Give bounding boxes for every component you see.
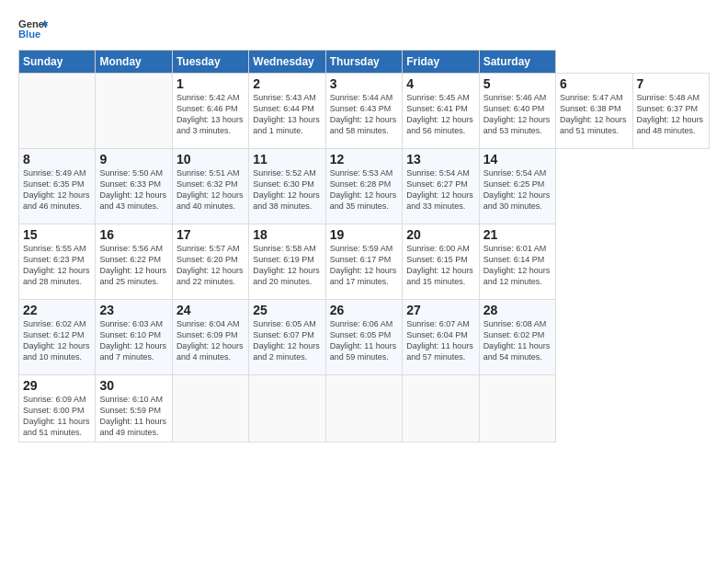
svg-text:Blue: Blue	[18, 29, 40, 40]
calendar-day-cell: 3Sunrise: 5:44 AMSunset: 6:43 PMDaylight…	[325, 74, 402, 149]
calendar-day-cell: 4Sunrise: 5:45 AMSunset: 6:41 PMDaylight…	[403, 74, 479, 149]
weekday-header-cell: Sunday	[19, 51, 96, 74]
calendar-day-cell: 15Sunrise: 5:55 AMSunset: 6:23 PMDayligh…	[19, 224, 96, 300]
calendar-day-cell: 11Sunrise: 5:52 AMSunset: 6:30 PMDayligh…	[249, 149, 325, 224]
day-info: Sunrise: 6:05 AMSunset: 6:07 PMDaylight:…	[253, 318, 321, 363]
day-info: Sunrise: 5:55 AMSunset: 6:23 PMDaylight:…	[23, 243, 91, 288]
day-number: 5	[483, 76, 552, 91]
calendar-day-cell: 21Sunrise: 6:01 AMSunset: 6:14 PMDayligh…	[479, 224, 555, 300]
day-number: 21	[483, 227, 552, 242]
logo-icon: General Blue	[18, 17, 48, 42]
day-number: 30	[99, 378, 167, 393]
calendar-day-cell: 25Sunrise: 6:05 AMSunset: 6:07 PMDayligh…	[249, 300, 325, 375]
day-info: Sunrise: 6:07 AMSunset: 6:04 PMDaylight:…	[406, 318, 474, 363]
day-info: Sunrise: 5:42 AMSunset: 6:46 PMDaylight:…	[176, 92, 245, 137]
day-number: 16	[99, 227, 167, 242]
day-number: 15	[23, 227, 91, 242]
weekday-header-cell: Tuesday	[172, 51, 248, 74]
calendar-day-cell: 13Sunrise: 5:54 AMSunset: 6:27 PMDayligh…	[403, 149, 479, 224]
day-number: 1	[176, 76, 245, 91]
day-info: Sunrise: 6:00 AMSunset: 6:15 PMDaylight:…	[406, 243, 474, 288]
calendar-day-cell: 18Sunrise: 5:58 AMSunset: 6:19 PMDayligh…	[249, 224, 325, 300]
calendar-day-cell: 17Sunrise: 5:57 AMSunset: 6:20 PMDayligh…	[172, 224, 248, 300]
day-info: Sunrise: 5:57 AMSunset: 6:20 PMDaylight:…	[176, 243, 245, 288]
day-number: 4	[406, 76, 474, 91]
calendar-day-cell: 29Sunrise: 6:09 AMSunset: 6:00 PMDayligh…	[19, 375, 96, 442]
calendar-day-cell: 12Sunrise: 5:53 AMSunset: 6:28 PMDayligh…	[325, 149, 402, 224]
calendar-day-cell: 24Sunrise: 6:04 AMSunset: 6:09 PMDayligh…	[172, 300, 248, 375]
calendar-day-cell: 23Sunrise: 6:03 AMSunset: 6:10 PMDayligh…	[96, 300, 172, 375]
day-info: Sunrise: 5:44 AMSunset: 6:43 PMDaylight:…	[330, 92, 398, 137]
calendar-body: 1Sunrise: 5:42 AMSunset: 6:46 PMDaylight…	[19, 74, 710, 442]
day-info: Sunrise: 5:50 AMSunset: 6:33 PMDaylight:…	[99, 167, 167, 213]
weekday-header-cell: Saturday	[479, 51, 555, 74]
day-number: 12	[330, 152, 398, 167]
calendar-day-cell: 27Sunrise: 6:07 AMSunset: 6:04 PMDayligh…	[403, 300, 479, 375]
calendar-day-cell: 5Sunrise: 5:46 AMSunset: 6:40 PMDaylight…	[479, 74, 555, 149]
day-number: 6	[560, 76, 628, 91]
day-number: 7	[637, 76, 706, 91]
weekday-header-cell: Monday	[96, 51, 172, 74]
day-number: 29	[23, 378, 91, 393]
weekday-header-cell: Friday	[403, 51, 479, 74]
day-info: Sunrise: 5:56 AMSunset: 6:22 PMDaylight:…	[99, 243, 167, 288]
day-number: 3	[330, 76, 398, 91]
day-number: 24	[176, 303, 245, 317]
calendar-day-cell: 20Sunrise: 6:00 AMSunset: 6:15 PMDayligh…	[403, 224, 479, 300]
calendar-week-row: 8Sunrise: 5:49 AMSunset: 6:35 PMDaylight…	[19, 149, 710, 224]
day-info: Sunrise: 5:52 AMSunset: 6:30 PMDaylight:…	[253, 167, 321, 213]
calendar-day-cell: 16Sunrise: 5:56 AMSunset: 6:22 PMDayligh…	[96, 224, 172, 300]
weekday-header: SundayMondayTuesdayWednesdayThursdayFrid…	[19, 51, 710, 74]
day-info: Sunrise: 6:10 AMSunset: 5:59 PMDaylight:…	[99, 394, 167, 439]
day-info: Sunrise: 6:08 AMSunset: 6:02 PMDaylight:…	[483, 318, 552, 363]
day-info: Sunrise: 5:51 AMSunset: 6:32 PMDaylight:…	[176, 167, 245, 213]
day-info: Sunrise: 5:43 AMSunset: 6:44 PMDaylight:…	[253, 92, 321, 137]
day-number: 28	[483, 303, 552, 317]
calendar-day-cell: 22Sunrise: 6:02 AMSunset: 6:12 PMDayligh…	[19, 300, 96, 375]
day-number: 19	[330, 227, 398, 242]
calendar-day-cell: 26Sunrise: 6:06 AMSunset: 6:05 PMDayligh…	[325, 300, 402, 375]
calendar-day-cell	[479, 375, 555, 442]
day-number: 22	[23, 303, 91, 317]
calendar-table: SundayMondayTuesdayWednesdayThursdayFrid…	[18, 50, 710, 442]
day-number: 10	[176, 152, 245, 167]
day-info: Sunrise: 6:03 AMSunset: 6:10 PMDaylight:…	[99, 318, 167, 363]
calendar-day-cell	[325, 375, 402, 442]
day-info: Sunrise: 5:47 AMSunset: 6:38 PMDaylight:…	[560, 92, 628, 137]
day-number: 13	[406, 152, 474, 167]
day-number: 8	[23, 152, 91, 167]
day-info: Sunrise: 5:49 AMSunset: 6:35 PMDaylight:…	[23, 167, 91, 213]
calendar-week-row: 29Sunrise: 6:09 AMSunset: 6:00 PMDayligh…	[19, 375, 710, 442]
day-info: Sunrise: 6:06 AMSunset: 6:05 PMDaylight:…	[330, 318, 398, 363]
day-number: 14	[483, 152, 552, 167]
calendar-day-cell	[96, 74, 172, 149]
weekday-header-cell: Wednesday	[249, 51, 325, 74]
day-number: 2	[253, 76, 321, 91]
calendar-day-cell: 9Sunrise: 5:50 AMSunset: 6:33 PMDaylight…	[96, 149, 172, 224]
day-number: 27	[406, 303, 474, 317]
day-number: 17	[176, 227, 245, 242]
header: General Blue	[18, 17, 710, 42]
calendar-day-cell: 1Sunrise: 5:42 AMSunset: 6:46 PMDaylight…	[172, 74, 248, 149]
day-info: Sunrise: 5:58 AMSunset: 6:19 PMDaylight:…	[253, 243, 321, 288]
day-number: 11	[253, 152, 321, 167]
calendar-day-cell: 2Sunrise: 5:43 AMSunset: 6:44 PMDaylight…	[249, 74, 325, 149]
calendar-day-cell	[403, 375, 479, 442]
page-container: General Blue SundayMondayTuesdayWednesda…	[0, 0, 728, 452]
day-info: Sunrise: 5:45 AMSunset: 6:41 PMDaylight:…	[406, 92, 474, 137]
weekday-header-cell: Thursday	[325, 51, 402, 74]
day-info: Sunrise: 5:46 AMSunset: 6:40 PMDaylight:…	[483, 92, 552, 137]
calendar-day-cell: 10Sunrise: 5:51 AMSunset: 6:32 PMDayligh…	[172, 149, 248, 224]
day-number: 23	[99, 303, 167, 317]
calendar-day-cell: 19Sunrise: 5:59 AMSunset: 6:17 PMDayligh…	[325, 224, 402, 300]
calendar-week-row: 22Sunrise: 6:02 AMSunset: 6:12 PMDayligh…	[19, 300, 710, 375]
day-info: Sunrise: 6:02 AMSunset: 6:12 PMDaylight:…	[23, 318, 91, 363]
day-number: 18	[253, 227, 321, 242]
calendar-day-cell: 30Sunrise: 6:10 AMSunset: 5:59 PMDayligh…	[96, 375, 172, 442]
day-info: Sunrise: 5:53 AMSunset: 6:28 PMDaylight:…	[330, 167, 398, 213]
calendar-day-cell: 6Sunrise: 5:47 AMSunset: 6:38 PMDaylight…	[556, 74, 632, 149]
day-info: Sunrise: 5:59 AMSunset: 6:17 PMDaylight:…	[330, 243, 398, 288]
calendar-day-cell	[172, 375, 248, 442]
day-number: 25	[253, 303, 321, 317]
calendar-day-cell	[249, 375, 325, 442]
